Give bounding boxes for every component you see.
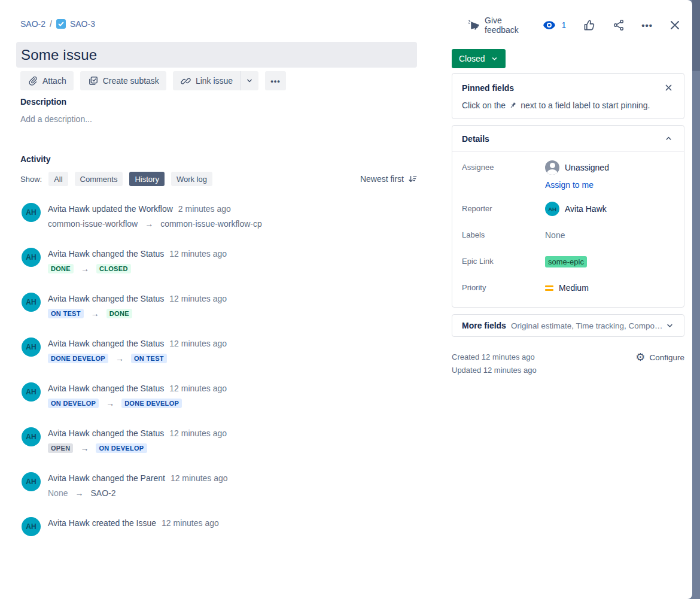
megaphone-icon: [468, 19, 480, 32]
arrow-right-icon: →: [91, 309, 99, 318]
activity-timestamp: 12 minutes ago: [169, 384, 227, 393]
status-badge: DONE: [106, 309, 132, 318]
toolbar-more-button[interactable]: •••: [265, 71, 286, 90]
ellipsis-icon: •••: [641, 21, 653, 30]
give-feedback-button[interactable]: Give feedback: [468, 16, 526, 35]
breadcrumb-parent-link[interactable]: SAO-2: [20, 19, 45, 29]
share-icon: [612, 19, 625, 32]
issue-toolbar: Attach Create subtask Link issue •••: [20, 71, 293, 90]
status-badge: OPEN: [48, 443, 73, 453]
activity-timestamp: 12 minutes ago: [169, 339, 227, 348]
arrow-right-icon: →: [115, 354, 124, 363]
avatar: AH: [22, 203, 41, 222]
issue-title-field[interactable]: Some issue: [16, 42, 417, 68]
close-icon: [669, 19, 681, 31]
chevron-down-icon: [245, 77, 254, 85]
more-fields-panel[interactable]: More fields Original estimate, Time trac…: [452, 314, 684, 337]
avatar: AH: [22, 517, 41, 536]
activity-text: Avita Hawk changed the Status: [48, 294, 164, 303]
right-sidebar: Closed Pinned fields Click on the next: [452, 49, 684, 377]
eye-icon: [542, 18, 556, 32]
activity-timestamp: 12 minutes ago: [171, 473, 228, 483]
reporter-avatar: AH: [545, 202, 559, 216]
chevron-down-icon: [665, 321, 674, 330]
activity-text: Avita Hawk changed the Parent: [48, 473, 165, 483]
link-icon: [180, 75, 191, 87]
details-panel: Details Assignee Unassigned Assign t: [452, 125, 684, 308]
description-placeholder[interactable]: Add a description...: [20, 114, 417, 124]
breadcrumb-current-link[interactable]: SAO-3: [70, 19, 95, 29]
activity-text: Avita Hawk changed the Status: [48, 249, 164, 259]
priority-medium-icon: [545, 285, 553, 291]
change-value: common-issue-workflow: [48, 219, 138, 229]
avatar: AH: [22, 293, 41, 312]
link-issue-dropdown-button[interactable]: [240, 71, 258, 90]
pin-icon: [509, 101, 518, 110]
status-label: Closed: [459, 54, 485, 63]
tab-work-log[interactable]: Work log: [171, 172, 212, 186]
status-dropdown-button[interactable]: Closed: [452, 49, 506, 68]
priority-name: Medium: [559, 283, 589, 293]
activity-text: Avita Hawk changed the Status: [48, 339, 164, 348]
epic-link-label: Epic Link: [462, 254, 545, 269]
details-collapse-button[interactable]: [663, 133, 674, 144]
more-fields-heading: More fields: [462, 321, 506, 330]
more-actions-button[interactable]: •••: [641, 21, 653, 30]
thumbs-up-icon: [582, 19, 596, 32]
status-badge: DONE: [48, 264, 74, 273]
attach-label: Attach: [42, 76, 66, 86]
activity-tabs: AllCommentsHistoryWork log: [48, 172, 212, 186]
activity-text: Avita Hawk changed the Status: [48, 428, 164, 438]
assign-to-me-link[interactable]: Assign to me: [545, 180, 609, 190]
tab-all[interactable]: All: [48, 172, 68, 186]
issue-modal: SAO-2 / SAO-3 Give feedback 1: [0, 0, 692, 599]
subtask-icon: [87, 75, 99, 87]
change-value: None: [48, 488, 68, 498]
close-modal-button[interactable]: [669, 19, 681, 31]
epic-link-badge[interactable]: some-epic: [545, 256, 587, 267]
assignee-value[interactable]: Unassigned: [545, 160, 609, 175]
pinned-fields-message: Click on the next to a field label to st…: [462, 101, 674, 110]
link-issue-button[interactable]: Link issue: [173, 71, 240, 90]
tab-history[interactable]: History: [129, 172, 164, 186]
unassigned-avatar-icon: [545, 160, 559, 175]
ellipsis-icon: •••: [270, 77, 281, 85]
modal-backdrop-scrollbar[interactable]: [692, 0, 700, 599]
status-badge: DONE DEVELOP: [121, 399, 182, 408]
activity-section: Activity Show: AllCommentsHistoryWork lo…: [20, 154, 417, 555]
reporter-row: Reporter AH Avita Hawk: [462, 202, 674, 216]
status-badge: ON TEST: [131, 354, 167, 363]
like-button[interactable]: [582, 19, 596, 32]
header-actions: Give feedback 1 •••: [468, 16, 681, 35]
status-badge: ON DEVELOP: [96, 443, 147, 453]
labels-label: Labels: [462, 228, 545, 242]
arrow-right-icon: →: [145, 219, 153, 229]
status-badge: CLOSED: [96, 264, 131, 273]
watch-button[interactable]: 1: [542, 18, 566, 32]
activity-heading: Activity: [20, 154, 417, 164]
paperclip-icon: [28, 75, 38, 86]
configure-label: Configure: [649, 353, 684, 362]
change-value: common-issue-workflow-cp: [160, 219, 262, 229]
pinned-fields-close-button[interactable]: [663, 82, 674, 93]
activity-timestamp: 12 minutes ago: [162, 518, 219, 528]
share-button[interactable]: [612, 19, 625, 32]
sort-order-button[interactable]: Newest first: [360, 174, 417, 184]
create-subtask-label: Create subtask: [103, 76, 159, 86]
status-badge: ON DEVELOP: [48, 399, 99, 408]
tab-comments[interactable]: Comments: [75, 172, 123, 186]
assignee-row: Assignee Unassigned Assign to me: [462, 160, 674, 190]
labels-value[interactable]: None: [545, 228, 565, 242]
give-feedback-label: Give feedback: [485, 16, 526, 35]
priority-row: Priority Medium: [462, 281, 674, 295]
reporter-value[interactable]: AH Avita Hawk: [545, 202, 607, 216]
attach-button[interactable]: Attach: [20, 71, 74, 90]
priority-value[interactable]: Medium: [545, 281, 589, 295]
create-subtask-button[interactable]: Create subtask: [80, 71, 166, 90]
assignee-label: Assignee: [462, 160, 545, 190]
configure-button[interactable]: ⚙ Configure: [635, 351, 684, 363]
activity-entry: AHAvita Hawk changed the Status12 minute…: [20, 337, 417, 363]
created-timestamp: Created 12 minutes ago: [452, 351, 635, 364]
assignee-name: Unassigned: [565, 163, 609, 172]
details-header[interactable]: Details: [452, 126, 684, 152]
